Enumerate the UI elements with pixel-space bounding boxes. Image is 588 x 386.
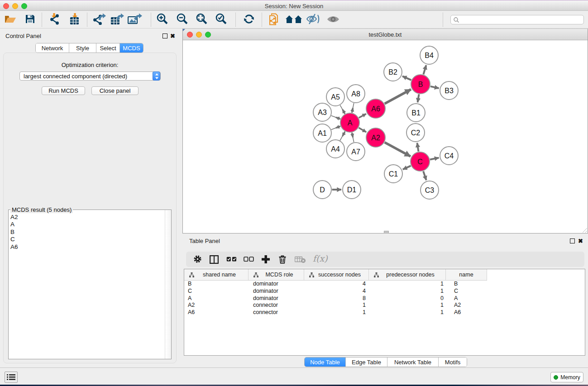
node-D[interactable]: D: [313, 181, 331, 199]
cell-0-3[interactable]: 1: [369, 281, 444, 288]
refresh-icon[interactable]: [243, 14, 255, 24]
cell-4-1[interactable]: connector: [253, 309, 304, 316]
tab-style[interactable]: Style: [69, 43, 96, 52]
edge-A-A2[interactable]: [359, 128, 367, 132]
network-window-titlebar[interactable]: testGlobe.txt: [183, 29, 588, 40]
column-visibility-icon[interactable]: [210, 255, 219, 264]
add-column-icon[interactable]: [261, 255, 270, 264]
node-C1[interactable]: C1: [384, 165, 402, 183]
edge-A-A5[interactable]: [343, 110, 345, 114]
cell-1-3[interactable]: 1: [369, 288, 444, 295]
delete-column-icon[interactable]: [295, 256, 306, 263]
zoom-selected-icon[interactable]: [215, 13, 229, 25]
mcds-result-item[interactable]: A: [10, 221, 18, 228]
mcds-result-scrollbar[interactable]: [165, 210, 171, 359]
node-B[interactable]: B: [411, 75, 430, 94]
zoom-fit-icon[interactable]: [196, 13, 209, 25]
node-C3[interactable]: C3: [421, 181, 439, 199]
network-graph[interactable]: B4B2BB3A8A5A6B1A3AA1C2A2A4A7CC4C1C3DD1: [183, 41, 587, 234]
import-network-icon[interactable]: [49, 13, 61, 25]
edge-B-B4[interactable]: [423, 65, 426, 74]
open-file-icon[interactable]: [5, 14, 16, 24]
cell-3-4[interactable]: A2: [454, 302, 487, 309]
zoom-out-icon[interactable]: [176, 13, 190, 25]
import-table-icon[interactable]: [69, 13, 81, 25]
edge-A-A8[interactable]: [352, 108, 353, 113]
cell-0-4[interactable]: B: [454, 281, 487, 288]
search-input[interactable]: [450, 15, 584, 24]
cell-0-2[interactable]: 4: [304, 281, 366, 288]
edge-A2-C[interactable]: [385, 143, 411, 157]
edge-A-A4[interactable]: [343, 132, 345, 136]
tab-mcds[interactable]: MCDS: [120, 43, 143, 52]
home-icon[interactable]: [285, 14, 302, 24]
cell-1-1[interactable]: dominator: [253, 288, 304, 295]
edge-C-C3[interactable]: [423, 171, 426, 180]
mcds-result-item[interactable]: A2: [10, 214, 18, 221]
cell-3-2[interactable]: 1: [304, 302, 366, 309]
edge-B-B2[interactable]: [402, 76, 411, 80]
tab-motifs[interactable]: Motifs: [439, 357, 467, 367]
node-B1[interactable]: B1: [407, 104, 425, 122]
mcds-result-item[interactable]: C: [10, 236, 18, 243]
cell-2-1[interactable]: dominator: [253, 295, 304, 302]
node-A7[interactable]: A7: [347, 143, 365, 161]
column-header-shared-name[interactable]: shared name: [184, 269, 249, 280]
new-network-icon[interactable]: [268, 13, 281, 25]
node-C4[interactable]: C4: [440, 147, 458, 165]
tab-edge-table[interactable]: Edge Table: [346, 357, 387, 367]
node-A8[interactable]: A8: [347, 85, 365, 103]
edge-A-A1[interactable]: [336, 126, 340, 128]
tab-network-table[interactable]: Network Table: [387, 357, 439, 367]
cell-1-4[interactable]: C: [454, 288, 487, 295]
tab-network[interactable]: Network: [36, 43, 69, 52]
cell-0-0[interactable]: B: [188, 281, 249, 288]
table-settings-icon[interactable]: [194, 255, 201, 263]
cell-3-0[interactable]: A2: [188, 302, 249, 309]
node-B3[interactable]: B3: [440, 81, 458, 100]
column-header-predecessor-nodes[interactable]: predecessor nodes: [369, 269, 446, 280]
edge-B-B1[interactable]: [418, 94, 419, 102]
node-A3[interactable]: A3: [313, 103, 331, 121]
node-A[interactable]: A: [340, 113, 359, 132]
memory-button[interactable]: Memory: [550, 372, 583, 382]
edge-A6-B[interactable]: [385, 90, 411, 104]
column-header-MCDS-role[interactable]: MCDS role: [249, 269, 304, 280]
delete-table-icon[interactable]: [279, 255, 286, 264]
select-all-icon[interactable]: [226, 257, 237, 262]
tab-select[interactable]: Select: [96, 43, 120, 52]
export-image-icon[interactable]: [127, 13, 143, 25]
node-B4[interactable]: B4: [420, 46, 438, 64]
node-C2[interactable]: C2: [406, 124, 425, 142]
edge-B-B3[interactable]: [430, 86, 439, 88]
control-panel-float-button[interactable]: [163, 33, 167, 38]
column-header-name[interactable]: name: [446, 269, 487, 280]
cell-2-3[interactable]: 0: [369, 295, 444, 302]
edge-A-A7[interactable]: [352, 133, 353, 138]
edge-C-C1[interactable]: [403, 166, 411, 169]
network-scrollbar-thumb[interactable]: [384, 231, 389, 234]
node-A5[interactable]: A5: [326, 88, 344, 106]
cell-3-1[interactable]: connector: [253, 302, 304, 309]
cell-2-4[interactable]: A: [454, 295, 487, 302]
cell-1-0[interactable]: C: [188, 288, 249, 295]
mcds-result-item[interactable]: A6: [10, 243, 18, 251]
function-builder-icon[interactable]: f(x): [313, 253, 328, 263]
export-network-icon[interactable]: [93, 13, 106, 25]
cell-0-1[interactable]: dominator: [253, 281, 304, 288]
show-panel-icon[interactable]: [326, 14, 340, 24]
node-D1[interactable]: D1: [343, 181, 361, 199]
cell-4-2[interactable]: 1: [304, 309, 366, 316]
export-table-icon[interactable]: [110, 13, 124, 25]
mcds-result-item[interactable]: B: [10, 229, 18, 236]
cell-2-0[interactable]: A: [188, 295, 249, 302]
cell-4-0[interactable]: A6: [188, 309, 249, 316]
table-panel-float-button[interactable]: [570, 238, 575, 243]
hide-panel-icon[interactable]: [306, 14, 320, 25]
node-A1[interactable]: A1: [313, 124, 331, 142]
panel-list-button[interactable]: [5, 372, 18, 383]
cell-4-4[interactable]: A6: [454, 309, 487, 316]
save-session-icon[interactable]: [25, 14, 35, 24]
table-panel-close-button[interactable]: ✖: [578, 238, 583, 243]
run-mcds-button[interactable]: Run MCDS: [42, 86, 85, 95]
